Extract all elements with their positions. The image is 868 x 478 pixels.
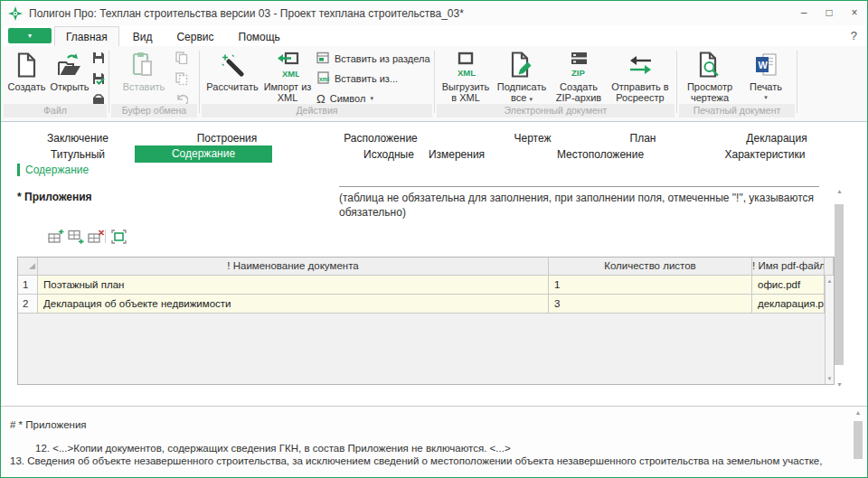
- delete-row-icon: [88, 230, 104, 244]
- section-tab-postroeniya[interactable]: Построения: [197, 132, 258, 145]
- scrollbar-thumb[interactable]: [854, 421, 863, 459]
- preview-drawing-button[interactable]: Просмотр чертежа: [681, 50, 739, 103]
- help-button[interactable]: ?: [851, 29, 857, 46]
- svg-text:ZIP: ZIP: [571, 68, 585, 78]
- group-label-actions: Действия: [202, 104, 432, 117]
- toolbar-separator: [105, 230, 106, 243]
- group-label-clipboard: Буфер обмена: [111, 104, 197, 117]
- sign-all-button[interactable]: Подписать все ▾: [494, 50, 550, 105]
- new-button[interactable]: Создать: [5, 50, 48, 92]
- add-row-button[interactable]: [48, 229, 66, 244]
- send-rosreestr-label: Отправить в Росреестр: [611, 81, 668, 103]
- new-document-icon: [5, 50, 48, 80]
- open-button-label: Открыть: [50, 81, 89, 92]
- tab-servis[interactable]: Сервис: [165, 27, 224, 46]
- ribbon-group-file: Создать Открыть: [3, 46, 108, 121]
- fit-table-button[interactable]: [111, 229, 129, 244]
- send-rosreestr-button[interactable]: Отправить в Росреестр: [608, 50, 673, 103]
- ribbon-group-actions: Рассчитать XML Импорт из XML Вставит: [201, 46, 433, 121]
- maximize-button[interactable]: □: [816, 1, 842, 25]
- insert-from-label: Вставить из...: [335, 73, 398, 84]
- cell-pdf-name[interactable]: декларация.pdf: [752, 295, 825, 314]
- insert-from-icon: xml: [316, 71, 330, 86]
- chevron-down-icon: ▾: [370, 95, 373, 102]
- section-tab-raspolozhenie[interactable]: Расположение: [344, 132, 418, 145]
- svg-text:W: W: [758, 60, 768, 70]
- tab-pomosch[interactable]: Помощь: [228, 27, 291, 46]
- tab-glavnaya[interactable]: Главная: [54, 26, 119, 46]
- table-corner-cell[interactable]: ◢: [18, 258, 38, 276]
- app-window: Полигон Про: Техплан строительства верси…: [0, 0, 868, 478]
- close-button[interactable]: ×: [842, 1, 867, 25]
- app-menu-button[interactable]: ▾: [8, 28, 52, 43]
- zip-button[interactable]: ZIP Создать ZIP-архив: [552, 50, 606, 103]
- scroll-down-icon[interactable]: ▼: [833, 381, 846, 388]
- svg-text:xml: xml: [319, 76, 329, 82]
- insert-from-section-icon: [316, 52, 330, 66]
- attachments-table: ◢ ! Наименование документа Количество ли…: [17, 257, 835, 385]
- row-number[interactable]: 2: [18, 295, 38, 314]
- section-tab-titulnyy[interactable]: Титульный: [51, 148, 105, 161]
- save-buttons: [92, 52, 105, 109]
- sign-pen-icon: [494, 50, 550, 80]
- delete-row-button[interactable]: [88, 229, 106, 244]
- tab-vid[interactable]: Вид: [122, 27, 164, 46]
- save-check-icon[interactable]: [92, 72, 105, 89]
- section-tab-plan[interactable]: План: [630, 132, 656, 145]
- insert-row-button[interactable]: [68, 229, 86, 244]
- copy-icon: [175, 52, 188, 68]
- help-panel: # * Приложения 12. <...>Копии документов…: [1, 407, 867, 477]
- cell-sheets[interactable]: 3: [549, 295, 752, 314]
- calculate-button[interactable]: Рассчитать: [203, 50, 261, 92]
- section-tab-izmereniya[interactable]: Измерения: [429, 148, 485, 161]
- insert-from-section-button[interactable]: Вставить из раздела: [316, 51, 430, 67]
- print-button[interactable]: W Печать ▾: [743, 50, 788, 103]
- word-document-icon: W: [743, 50, 788, 80]
- import-xml-button[interactable]: XML Импорт из XML: [263, 50, 312, 103]
- section-tab-chertezh[interactable]: Чертеж: [514, 132, 551, 145]
- section-tab-zaklyuchenie[interactable]: Заключение: [47, 132, 108, 145]
- section-tab-iskhodnye[interactable]: Исходные: [363, 148, 414, 161]
- sign-all-label: Подписать все: [497, 81, 546, 103]
- form-scrollbar[interactable]: ▲ ▼: [833, 186, 846, 389]
- clipboard-small-buttons: [175, 52, 188, 109]
- section-tab-soderzhanie-active[interactable]: Содержание: [135, 145, 272, 163]
- section-tab-mestopolozhenie[interactable]: Местоположение: [557, 148, 644, 161]
- import-xml-icon: XML: [263, 50, 312, 80]
- minimize-button[interactable]: –: [791, 1, 816, 25]
- menu-bar: ▾ Главная Вид Сервис Помощь ?: [1, 25, 867, 46]
- ribbon-separator: [676, 51, 677, 113]
- open-button[interactable]: Открыть: [48, 50, 91, 92]
- section-tab-deklaratsiya[interactable]: Декларация: [746, 132, 807, 145]
- column-header-name[interactable]: ! Наименование документа: [38, 258, 549, 276]
- export-xml-icon: XML: [439, 50, 492, 80]
- save-icon[interactable]: [92, 52, 105, 68]
- help-line-13: 13. Сведения об объекте незавершенного с…: [10, 455, 822, 466]
- row-number[interactable]: 1: [18, 276, 38, 295]
- ribbon-separator: [797, 51, 797, 113]
- cell-doc-name[interactable]: Поэтажный план: [38, 276, 549, 295]
- cell-pdf-name[interactable]: офис.pdf: [752, 276, 825, 295]
- export-xml-button[interactable]: XML Выгрузить в XML: [439, 50, 492, 103]
- fit-table-icon: [111, 230, 127, 244]
- cell-sheets[interactable]: 1: [549, 276, 752, 295]
- insert-from-button[interactable]: xml Вставить из...: [316, 70, 398, 87]
- svg-text:XML: XML: [282, 69, 299, 79]
- field-label-prilozheniya: * Приложения: [17, 191, 92, 203]
- chevron-down-icon: ▾: [529, 96, 533, 102]
- help-scrollbar[interactable]: ▲: [852, 409, 864, 474]
- scrollbar-thumb[interactable]: [835, 204, 844, 365]
- add-row-icon: [48, 230, 64, 244]
- help-title: # * Приложения: [10, 419, 87, 430]
- section-tab-kharakteristiki[interactable]: Характеристики: [725, 148, 806, 161]
- scroll-up-icon[interactable]: ▲: [852, 409, 864, 416]
- insert-from-section-label: Вставить из раздела: [335, 53, 430, 64]
- window-controls: – □ ×: [791, 1, 867, 25]
- scroll-up-icon[interactable]: ▲: [833, 188, 846, 194]
- group-label-printdoc: Печатный документ: [679, 104, 795, 117]
- field-note: (таблица не обязательна для заполнения, …: [339, 186, 819, 220]
- help-line-12: 12. <...>Копии документов, содержащих св…: [35, 443, 511, 454]
- cell-doc-name[interactable]: Декларация об объекте недвижимости: [38, 295, 549, 314]
- column-header-sheets[interactable]: Количество листов: [549, 258, 752, 276]
- column-header-pdf[interactable]: ! Имя pdf-файла: [752, 258, 825, 276]
